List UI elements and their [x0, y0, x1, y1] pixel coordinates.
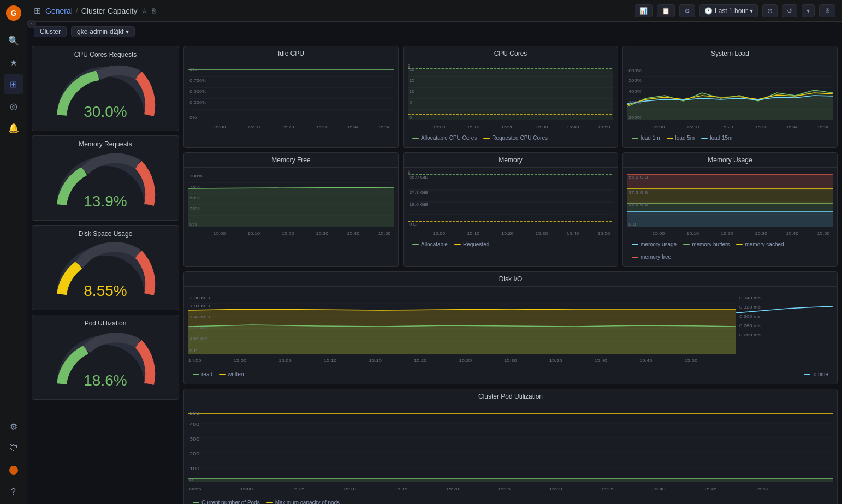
svg-text:15:20: 15:20	[414, 358, 427, 363]
sidebar-item-search[interactable]: 🔍	[4, 31, 23, 50]
memory-panel: Memory ℹ 55.9 GiB 37.3 GiB 18.	[403, 152, 618, 267]
memory-chart: 55.9 GiB 37.3 GiB 18.6 GiB 0 B 15:00 15:…	[408, 172, 613, 238]
svg-text:15:00: 15:00	[433, 124, 446, 129]
pod-utilization-title: Pod Utilization	[37, 319, 174, 327]
charts-column: Idle CPU 1% 0.750% 0.500%	[183, 46, 838, 504]
svg-text:0%: 0%	[189, 222, 197, 227]
breadcrumb-home[interactable]: General	[45, 7, 73, 15]
svg-text:500: 500	[189, 411, 199, 416]
svg-marker-108	[188, 325, 736, 354]
svg-text:2.38 MiB: 2.38 MiB	[189, 295, 210, 300]
star-icon[interactable]: ☆	[141, 7, 147, 15]
share-icon[interactable]: ⎘	[152, 7, 156, 15]
memory-free-panel: Memory Free 100% 75% 50% 25%	[183, 152, 399, 267]
sidebar-item-grafana[interactable]	[4, 460, 23, 480]
table-view-button[interactable]: 📋	[657, 4, 675, 17]
disk-io-panel: Disk I/O 2.38 MiB	[183, 271, 838, 384]
memory-usage-legend: memory usage memory buffers memory cache…	[627, 239, 833, 262]
sidebar-item-star[interactable]: ★	[4, 52, 23, 72]
sidebar-item-settings[interactable]: ⚙	[4, 417, 23, 436]
legend-allocatable-mem: Allocatable	[412, 241, 448, 247]
time-range-picker[interactable]: 🕐 Last 1 hour ▾	[699, 4, 758, 17]
sidebar-item-bell[interactable]: 🔔	[4, 118, 23, 138]
chart-row-1: Idle CPU 1% 0.750% 0.500%	[183, 46, 838, 148]
svg-text:15:30: 15:30	[316, 231, 329, 236]
graph-type-button[interactable]: 📊	[635, 4, 653, 17]
legend-allocatable-cpu: Allocatable CPU Cores	[412, 135, 477, 141]
app-logo[interactable]: G	[5, 4, 22, 22]
svg-text:15:40: 15:40	[594, 358, 607, 363]
memory-requests-title: Memory Requests	[37, 140, 174, 148]
breadcrumb-sep: /	[76, 7, 78, 15]
svg-text:0%: 0%	[189, 115, 197, 120]
cpu-cores-title: CPU Cores	[404, 46, 618, 61]
svg-text:15:10: 15:10	[686, 124, 699, 129]
cluster-filter-select[interactable]: gke-admin-d2jkf ▾	[71, 26, 135, 37]
svg-text:1%: 1%	[189, 67, 197, 72]
svg-text:15:30: 15:30	[755, 124, 768, 129]
svg-text:15:20: 15:20	[501, 231, 514, 236]
sidebar-toggle[interactable]: ›	[27, 20, 36, 28]
zoom-out-icon: ⊖	[767, 7, 773, 15]
tv-mode-button[interactable]: 🖥	[819, 4, 835, 17]
sidebar-item-help[interactable]: ?	[4, 482, 23, 502]
svg-marker-89	[627, 188, 833, 204]
svg-rect-3	[188, 66, 394, 120]
svg-text:15:50: 15:50	[817, 231, 830, 236]
svg-text:75%: 75%	[189, 185, 200, 189]
memory-usage-chart: 55.9 GiB 37.3 GiB 18.6 GiB 0 B 15:00 15:…	[627, 172, 833, 238]
svg-text:15: 15	[409, 78, 414, 83]
svg-text:15:40: 15:40	[567, 231, 579, 236]
svg-text:0.750%: 0.750%	[189, 78, 206, 83]
memory-usage-body: 55.9 GiB 37.3 GiB 18.6 GiB 0 B 15:00 15:…	[623, 168, 837, 266]
svg-text:100: 100	[189, 466, 199, 471]
disk-io-body: 2.38 MiB 1.91 MiB 1.43 MiB 977 KiB 488 K…	[184, 287, 837, 384]
svg-text:1.91 MiB: 1.91 MiB	[189, 304, 210, 309]
cpu-cores-requests-gauge-wrap: 30.0%	[51, 61, 160, 126]
svg-text:200%: 200%	[628, 115, 642, 120]
memory-free-body: 100% 75% 50% 25% 0% 15:00 15:10 15:20 15…	[184, 168, 398, 244]
svg-text:50%: 50%	[189, 195, 200, 200]
memory-legend: Allocatable Requested	[408, 239, 613, 250]
sidebar-item-dashboard[interactable]: ⊞	[4, 74, 23, 94]
memory-usage-panel: Memory Usage	[622, 152, 838, 267]
time-range-label: Last 1 hour	[715, 7, 748, 15]
svg-text:15:15: 15:15	[395, 487, 408, 491]
breadcrumb: General / Cluster Capacity	[45, 7, 137, 15]
svg-text:15:40: 15:40	[653, 487, 666, 491]
memory-info-icon: ℹ	[408, 170, 410, 176]
svg-text:15:20: 15:20	[282, 124, 294, 129]
sidebar-item-shield[interactable]: 🛡	[4, 438, 23, 458]
sidebar: G 🔍 ★ ⊞ ◎ 🔔 ⚙ 🛡 ?	[0, 0, 27, 504]
svg-text:15:20: 15:20	[446, 487, 459, 491]
main-content: CPU Cores Requests 30.0%	[27, 41, 842, 504]
disk-space-usage-title: Disk Space Usage	[37, 230, 174, 238]
memory-free-title: Memory Free	[184, 153, 398, 168]
svg-text:400: 400	[189, 422, 199, 427]
refresh-button[interactable]: ↺	[782, 4, 797, 17]
svg-text:15:50: 15:50	[378, 231, 391, 236]
breadcrumb-current: Cluster Capacity	[81, 7, 138, 15]
svg-text:0.500%: 0.500%	[189, 89, 206, 94]
refresh-dropdown-button[interactable]: ▾	[802, 4, 815, 17]
svg-text:200: 200	[189, 451, 199, 456]
legend-io-time: io time	[804, 371, 828, 377]
svg-text:15:50: 15:50	[598, 124, 610, 129]
svg-text:15:20: 15:20	[721, 124, 733, 129]
svg-text:15:10: 15:10	[343, 487, 356, 491]
svg-text:15:30: 15:30	[755, 231, 768, 236]
sidebar-item-explore[interactable]: ◎	[4, 96, 23, 116]
idle-cpu-panel: Idle CPU 1% 0.750% 0.500%	[183, 46, 399, 148]
svg-text:15:05: 15:05	[278, 358, 292, 363]
settings-button[interactable]: ⚙	[679, 4, 695, 17]
svg-text:0: 0	[189, 477, 193, 482]
tv-icon: 🖥	[824, 7, 831, 15]
pod-utilization-gauge-wrap: 18.6%	[51, 329, 160, 395]
zoom-out-button[interactable]: ⊖	[762, 4, 778, 17]
svg-text:37.3 GiB: 37.3 GiB	[628, 190, 648, 195]
svg-text:18.6 GiB: 18.6 GiB	[628, 202, 648, 207]
legend-current-pods: Current number of Pods	[193, 500, 260, 504]
system-load-legend: load 1m load 5m load 15m	[627, 133, 833, 143]
legend-requested-cpu: Requested CPU Cores	[483, 135, 548, 141]
disk-space-usage-gauge: Disk Space Usage 8.55%	[32, 226, 179, 310]
